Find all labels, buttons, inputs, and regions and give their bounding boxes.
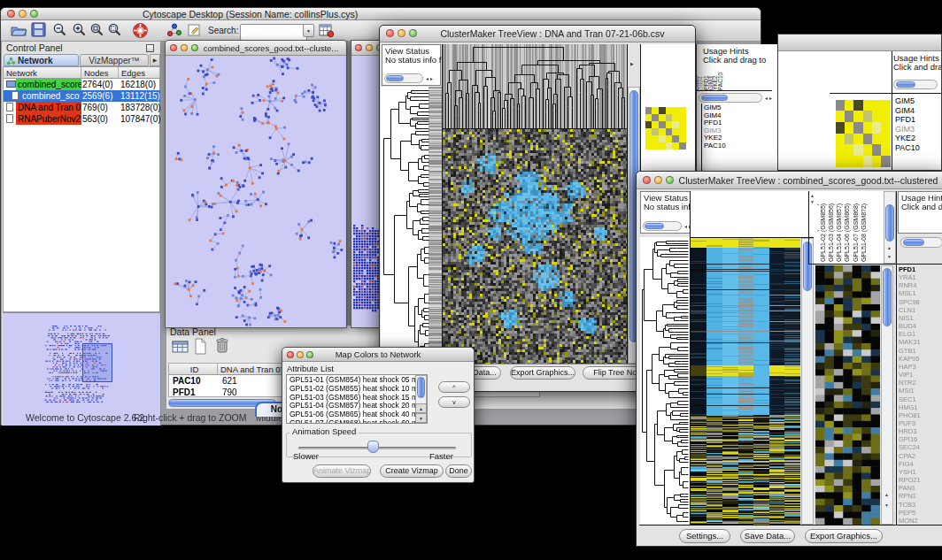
gene-label: PAC10 <box>895 143 920 153</box>
network-row-label: RNAPuberNov2+I <box>16 113 81 125</box>
network-view-window-2 <box>351 40 381 328</box>
network-row-edges: 107847(0) <box>120 113 161 125</box>
gene-label: GIM5 <box>895 96 920 106</box>
network-view-2-canvas[interactable] <box>351 56 380 327</box>
zoom-selected-region-icon[interactable] <box>107 22 125 40</box>
main-window-title: Cytoscape Desktop (Session Name: collins… <box>143 9 358 19</box>
search-dropdown-button[interactable]: ▼ <box>303 24 314 37</box>
tab-vizmapper[interactable]: VizMapper™ <box>80 54 149 66</box>
desktop: Cytoscape Desktop (Session Name: collins… <box>0 0 942 560</box>
status-welcome: Welcome to Cytoscape 2.6.2 <box>26 412 144 423</box>
column-header-edges[interactable]: Edges <box>119 67 160 79</box>
minimize-icon[interactable] <box>19 10 27 18</box>
close-icon[interactable] <box>355 44 362 51</box>
network-overview-canvas[interactable] <box>3 312 160 426</box>
search-label: Search: <box>208 26 238 35</box>
attribute-row-id: PFD1 <box>173 387 196 398</box>
save-data-button[interactable]: Save Data... <box>740 529 795 543</box>
export-graphics-button[interactable]: Export Graphics... <box>510 366 575 380</box>
rotated-column-labels: GIM5GIM4PFD1GIM3YKE2PAC10 <box>699 64 727 90</box>
gene-label: YKE2 <box>895 134 920 143</box>
treeview1-right-panel: Usage Hints Click and drag to GIM5GIM4PF… <box>696 44 777 171</box>
network-row[interactable]: RNAPuberNov2+I563(0)107847(0) <box>4 113 160 125</box>
network-list: combined_scores2764(0)16218(0)combined_s… <box>4 79 160 125</box>
annotation-tool-icon[interactable] <box>187 22 205 40</box>
network-table: Network Nodes Edges combined_scores2764(… <box>3 66 160 312</box>
hscrollbar-thumb[interactable] <box>701 95 728 101</box>
network-row-label: combined_scores <box>16 79 81 90</box>
network-row[interactable]: combined_sco2569(6)13112(15) <box>4 90 160 102</box>
close-icon[interactable] <box>7 10 15 18</box>
treeview2-buttons: Settings...Save Data...Export Graphics..… <box>637 172 942 546</box>
control-panel: Control Panel Network VizMapper™ ▶ Netwo… <box>2 42 161 426</box>
usage-hints-text: Click and drag t <box>893 62 942 72</box>
settings-button[interactable]: Settings... <box>679 529 730 543</box>
tab-network-label: Network <box>18 56 52 65</box>
done-button[interactable]: Done <box>445 464 472 478</box>
gene-label: PAC10 <box>704 142 726 150</box>
column-header-network[interactable]: Network <box>4 67 81 79</box>
search-input[interactable] <box>240 24 307 41</box>
data-panel-table-icon[interactable] <box>172 339 189 358</box>
network-row[interactable]: combined_scores2764(0)16218(0) <box>4 79 160 90</box>
animate-vizmap-button[interactable]: Animate Vizmap <box>313 464 371 478</box>
trash-icon[interactable] <box>214 337 230 358</box>
map-colors-dialog: Map Colors to Network Attribute List GPL… <box>282 347 475 483</box>
network-row-edges: 13112(15) <box>120 90 160 102</box>
network-view-window: combined_scores_good.txt--cluste... <box>165 40 347 328</box>
minimize-icon[interactable] <box>181 44 188 51</box>
help-lifesaver-icon[interactable] <box>132 22 150 40</box>
network-row-nodes: 769(0) <box>82 102 108 113</box>
network-view-2-titlebar[interactable] <box>351 41 380 56</box>
tab-overflow-button[interactable]: ▶ <box>150 54 160 66</box>
gene-label: PFD1 <box>895 115 920 125</box>
open-vizmapper-icon[interactable] <box>166 22 183 40</box>
hscrollbar-thumb[interactable] <box>896 81 915 88</box>
dialog-buttons: Animate VizmapCreate VizmapDone <box>282 348 474 482</box>
zoom-in-icon[interactable] <box>72 22 89 40</box>
minimize-icon[interactable] <box>366 44 373 51</box>
network-view-canvas[interactable] <box>166 56 346 327</box>
float-panel-icon[interactable] <box>146 44 154 52</box>
export-graphics-button[interactable]: Export Graphics... <box>805 529 883 543</box>
close-icon[interactable] <box>170 44 177 51</box>
gene-label: GIM3 <box>895 125 920 134</box>
mini-heatmap-canvas[interactable] <box>836 100 891 167</box>
attribute-row-id: PAC10 <box>173 375 201 387</box>
network-row-nodes: 2569(6) <box>82 90 112 102</box>
tab-network[interactable]: Network <box>4 54 79 66</box>
network-row-label: combined_sco <box>20 90 81 102</box>
treeview-background-titlebar[interactable] <box>778 35 941 51</box>
open-file-icon[interactable] <box>10 22 27 40</box>
control-panel-title: Control Panel <box>6 42 63 53</box>
network-folder-icon <box>6 81 16 88</box>
save-icon[interactable] <box>31 22 49 40</box>
zoom-window-icon[interactable] <box>30 10 38 18</box>
zoom-fit-icon[interactable] <box>89 22 107 40</box>
network-row-edges: 183728(0) <box>120 102 161 113</box>
column-header-nodes[interactable]: Nodes <box>81 67 119 79</box>
gene-label-list: GIM5GIM4PFD1GIM3YKE2PAC10 <box>704 104 726 150</box>
network-document-icon <box>6 114 13 123</box>
attribute-browser-icon[interactable] <box>318 22 336 40</box>
scroll-left-right-icons[interactable]: ◄► <box>764 96 773 101</box>
network-row-edges: 16218(0) <box>120 79 156 90</box>
rotated-column-label: PAC10 <box>718 73 722 90</box>
treeview-background-window: Usage Hints Click and drag t GIM5GIM4PFD… <box>777 34 942 171</box>
main-titlebar[interactable]: Cytoscape Desktop (Session Name: collins… <box>1 8 761 20</box>
status-zoom-hint: Right-click + drag to ZOOM <box>134 412 247 423</box>
network-document-icon <box>12 91 19 100</box>
network-row-nodes: 2764(0) <box>82 79 112 90</box>
attr-column-id[interactable]: ID <box>169 364 218 375</box>
network-view-titlebar[interactable]: combined_scores_good.txt--cluste... <box>166 41 346 56</box>
network-view-title: combined_scores_good.txt--cluste... <box>199 43 343 53</box>
network-row[interactable]: DNA and Tran 07769(0)183728(0) <box>4 102 160 113</box>
network-row-label: DNA and Tran 07 <box>16 102 81 113</box>
gene-label: GIM4 <box>895 106 920 116</box>
zoom-window-icon[interactable] <box>191 44 198 51</box>
create-vizmap-button[interactable]: Create Vizmap <box>380 464 444 478</box>
zoom-out-icon[interactable] <box>52 22 70 40</box>
treeview2-window: ClusterMaker TreeView : combined_scores_… <box>636 171 942 547</box>
data-panel-new-doc-icon[interactable] <box>193 338 207 358</box>
attribute-row-value: 621 <box>222 375 237 387</box>
